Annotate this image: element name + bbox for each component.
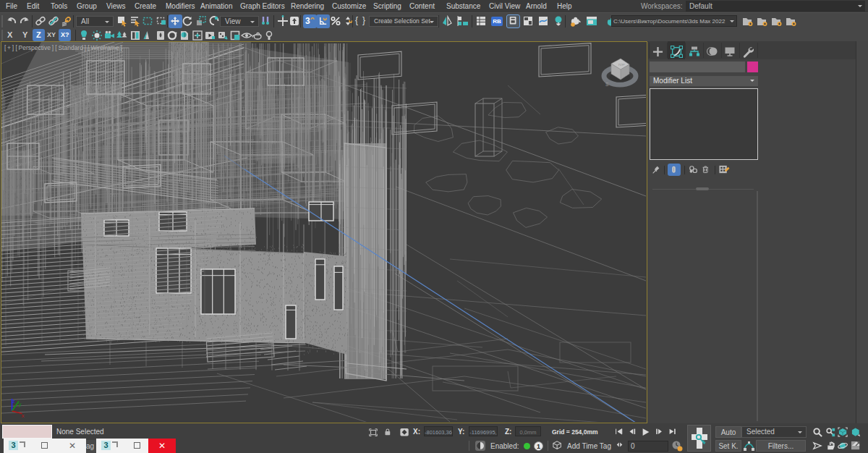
svg-text:z: z <box>12 398 15 405</box>
svg-text:x: x <box>22 412 25 419</box>
svg-text:TOP: TOP <box>618 63 625 67</box>
svg-text:S: S <box>605 82 609 87</box>
svg-text:y: y <box>19 401 22 407</box>
